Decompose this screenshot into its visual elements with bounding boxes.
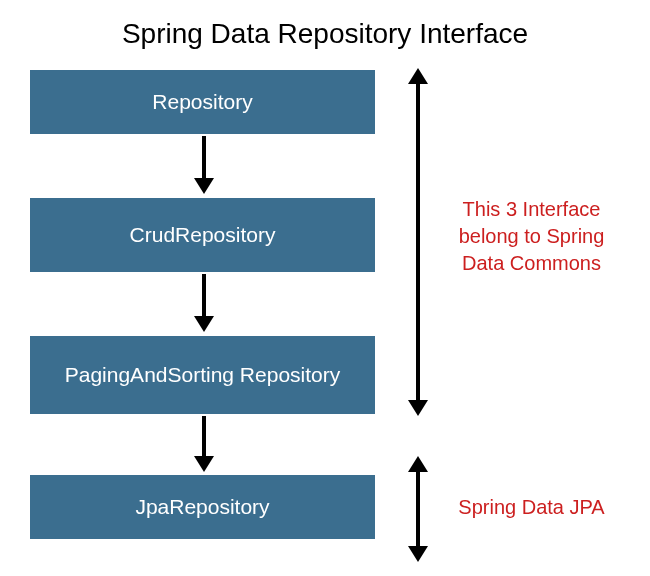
box-repository: Repository <box>30 70 375 134</box>
box-jpa-label: JpaRepository <box>135 494 269 520</box>
box-repository-label: Repository <box>152 89 252 115</box>
box-paging-label: PagingAndSorting Repository <box>65 362 341 388</box>
annotation-commons: This 3 Interface belong to Spring Data C… <box>444 196 619 277</box>
box-jpa-repository: JpaRepository <box>30 475 375 539</box>
diagram-title: Spring Data Repository Interface <box>0 0 650 60</box>
box-crud-label: CrudRepository <box>130 222 276 248</box>
diagram-canvas: Repository CrudRepository PagingAndSorti… <box>30 70 630 560</box>
box-crud-repository: CrudRepository <box>30 198 375 272</box>
box-paging-repository: PagingAndSorting Repository <box>30 336 375 414</box>
annotation-jpa: Spring Data JPA <box>444 494 619 521</box>
